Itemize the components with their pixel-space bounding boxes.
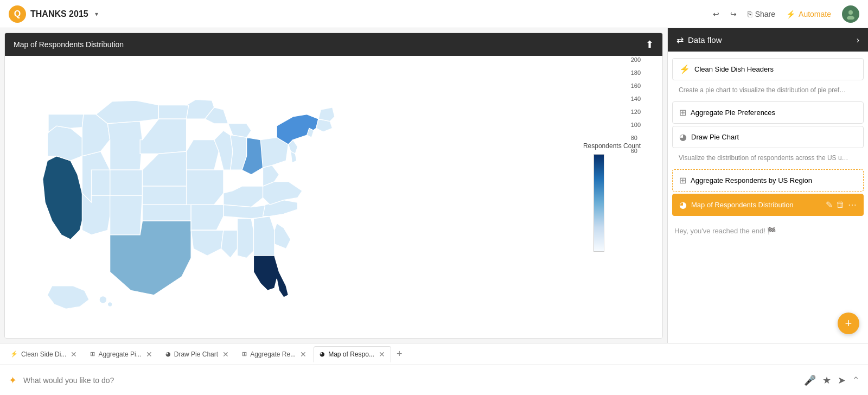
state-ar xyxy=(191,205,224,230)
flow-label-draw-pie: Draw Pie Chart xyxy=(691,133,857,141)
avatar-icon xyxy=(845,9,856,20)
state-ne xyxy=(142,151,191,186)
state-ms xyxy=(221,230,238,258)
tab-agg-pie-icon: ⊞ xyxy=(90,351,95,358)
flow-label-clean: Clean Side Dish Headers xyxy=(694,65,857,73)
tab-agg-region-label: Aggregate Re... xyxy=(250,351,296,358)
state-al xyxy=(238,219,254,258)
app-title: THANKS 2015 xyxy=(30,9,88,19)
sidebar-title: Data flow xyxy=(688,35,722,44)
flow-item-agg-region[interactable]: ⊞ Aggregate Respondents by US Region xyxy=(672,169,864,192)
state-hi-1 xyxy=(99,296,107,304)
sidebar-header-left: ⇄ Data flow xyxy=(676,35,722,45)
state-ca xyxy=(43,156,85,240)
flow-item-draw-pie[interactable]: ◕ Draw Pie Chart xyxy=(672,126,864,148)
redo-button[interactable]: ↪ xyxy=(730,10,737,18)
state-or xyxy=(47,126,82,161)
automate-button[interactable]: ⚡ Automate xyxy=(786,10,831,18)
tab-map-close[interactable]: ✕ xyxy=(379,350,385,359)
tab-clean-label: Clean Side Di... xyxy=(21,351,66,358)
flow-item-map[interactable]: ◕ Map of Respondents Distribution ✎ 🗑 ⋯ xyxy=(672,194,864,216)
legend-60: 60 xyxy=(631,148,641,154)
undo-button[interactable]: ↩ xyxy=(713,10,719,18)
flow-more-icon[interactable]: ⋯ xyxy=(848,200,857,210)
legend-180: 180 xyxy=(631,69,641,76)
send-icon[interactable]: ➤ xyxy=(838,374,846,386)
topbar-right: ↩ ↪ ⎘ Share ⚡ Automate xyxy=(713,5,859,23)
tab-draw-pie-close[interactable]: ✕ xyxy=(222,350,229,359)
chart-body: Respondents Count 200 180 160 140 120 10… xyxy=(5,56,662,338)
tab-clean-icon: ⚡ xyxy=(10,351,18,358)
flow-label-agg-pie: Aggregate Pie Preferences xyxy=(691,109,857,117)
clean-icon: ⚡ xyxy=(679,64,690,74)
state-nd xyxy=(158,105,189,119)
flow-edit-icon[interactable]: ✎ xyxy=(826,200,833,210)
draw-pie-icon: ◕ xyxy=(679,132,687,142)
magic-wand-icon: ✦ xyxy=(9,374,17,386)
topbar-left: Q THANKS 2015 ▾ xyxy=(9,5,98,23)
state-ak xyxy=(47,286,89,309)
tab-map[interactable]: ◕ Map of Respo... ✕ xyxy=(314,346,391,362)
tab-agg-region-close[interactable]: ✕ xyxy=(300,350,307,359)
export-icon[interactable]: ⬆ xyxy=(646,39,654,50)
avatar[interactable] xyxy=(842,5,859,23)
tab-agg-pie[interactable]: ⊞ Aggregate Pi... ✕ xyxy=(84,346,158,362)
legend-140: 140 xyxy=(631,95,641,102)
tabs-bar: ⚡ Clean Side Di... ✕ ⊞ Aggregate Pi... ✕… xyxy=(0,343,868,365)
legend-wrapper: 200 180 160 140 120 100 80 60 xyxy=(583,154,641,252)
star-icon[interactable]: ★ xyxy=(822,374,831,386)
agg-region-icon: ⊞ xyxy=(679,175,686,186)
chart-title: Map of Respondents Distribution xyxy=(14,40,124,49)
sidebar-expand-icon[interactable]: › xyxy=(857,35,859,45)
share-icon: ⎘ xyxy=(748,10,752,18)
share-button[interactable]: ⎘ Share xyxy=(748,10,775,18)
tab-clean-close[interactable]: ✕ xyxy=(71,350,77,359)
flow-item-agg-pie[interactable]: ⊞ Aggregate Pie Preferences xyxy=(672,101,864,124)
chart-header: Map of Respondents Distribution ⬆ xyxy=(5,33,662,56)
state-vt-nh xyxy=(318,107,335,122)
center-panel: Map of Respondents Distribution ⬆ xyxy=(0,28,667,343)
legend-bar xyxy=(593,154,604,252)
svg-point-0 xyxy=(848,10,853,15)
state-sd xyxy=(140,119,186,154)
add-icon: + xyxy=(845,316,852,330)
tab-agg-region[interactable]: ⊞ Aggregate Re... ✕ xyxy=(236,346,312,362)
tab-map-icon: ◕ xyxy=(320,351,325,358)
input-actions: 🎤 ★ ➤ ⌃ xyxy=(804,374,859,386)
fab-container: + xyxy=(668,310,868,343)
tab-agg-pie-label: Aggregate Pi... xyxy=(98,351,141,358)
add-tab-button[interactable]: + xyxy=(392,345,407,363)
state-wy xyxy=(107,122,142,170)
state-ok xyxy=(142,205,191,221)
legend-80: 80 xyxy=(631,135,641,141)
redo-icon: ↪ xyxy=(730,10,737,18)
input-bar: ✦ 🎤 ★ ➤ ⌃ xyxy=(0,365,868,395)
agg-pie-icon: ⊞ xyxy=(679,107,686,118)
state-sc xyxy=(275,223,291,249)
tab-draw-pie[interactable]: ◕ Draw Pie Chart ✕ xyxy=(159,346,235,362)
legend-160: 160 xyxy=(631,82,641,89)
mic-icon[interactable]: 🎤 xyxy=(804,374,816,386)
prompt-input[interactable] xyxy=(23,376,797,385)
collapse-icon[interactable]: ⌃ xyxy=(852,375,859,385)
legend: Respondents Count 200 180 160 140 120 10… xyxy=(583,142,641,252)
topbar: Q THANKS 2015 ▾ ↩ ↪ ⎘ Share ⚡ Automate xyxy=(0,0,868,28)
legend-labels: 200 180 160 140 120 100 80 60 xyxy=(631,56,641,154)
chart-panel: Map of Respondents Distribution ⬆ xyxy=(4,33,663,339)
flow-desc-agg-region: Visualize the distribution of respondent… xyxy=(668,150,868,167)
tab-agg-pie-close[interactable]: ✕ xyxy=(146,350,152,359)
dataflow-icon: ⇄ xyxy=(676,35,684,45)
tab-draw-pie-label: Draw Pie Chart xyxy=(174,351,218,358)
automate-icon: ⚡ xyxy=(786,10,795,18)
flow-item-clean[interactable]: ⚡ Clean Side Dish Headers xyxy=(672,58,864,80)
flow-label-agg-region: Aggregate Respondents by US Region xyxy=(691,176,857,184)
tab-clean[interactable]: ⚡ Clean Side Di... ✕ xyxy=(4,346,83,362)
sidebar: ⇄ Data flow › ⚡ Clean Side Dish Headers … xyxy=(667,28,868,343)
add-button[interactable]: + xyxy=(838,313,859,334)
state-fl xyxy=(253,256,288,297)
flow-delete-icon[interactable]: 🗑 xyxy=(836,200,845,209)
chevron-down-icon[interactable]: ▾ xyxy=(95,10,98,18)
sidebar-header: ⇄ Data flow › xyxy=(668,28,868,52)
legend-100: 100 xyxy=(631,122,641,128)
state-co xyxy=(110,170,143,195)
